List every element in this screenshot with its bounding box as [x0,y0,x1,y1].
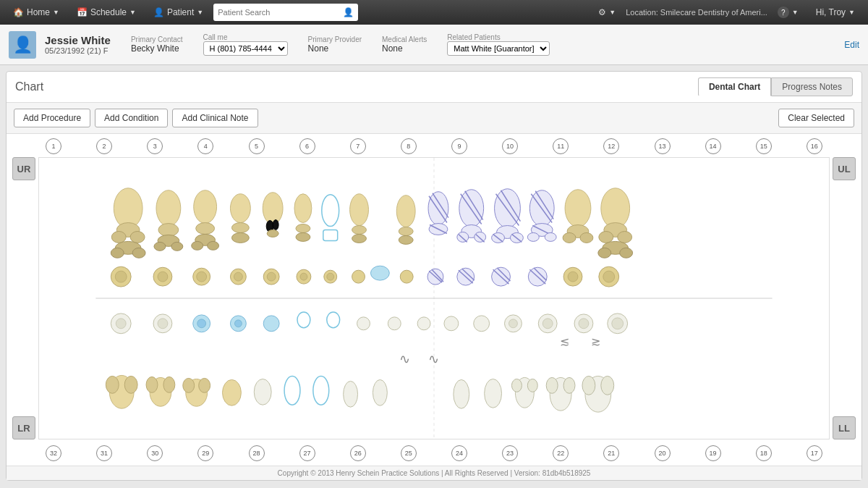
tooth-31[interactable] [146,376,175,406]
tooth-num-32[interactable]: 32 [46,445,61,461]
tooth-27[interactable] [284,376,300,405]
svg-point-68 [580,232,593,243]
occlusal-lower-row [111,312,627,334]
patient-nav[interactable]: 👤 Patient ▼ [146,4,210,20]
tooth-num-18[interactable]: 18 [756,445,772,461]
tooth-5[interactable] [263,193,283,237]
tooth-num-24[interactable]: 24 [451,445,467,461]
patient-name: Jessie White [45,34,111,46]
tooth-21[interactable] [454,379,469,408]
tooth-num-28[interactable]: 28 [249,445,265,461]
tooth-11[interactable] [428,192,448,235]
call-me-select[interactable]: H (801) 785-4444 [203,41,288,56]
svg-point-106 [568,272,578,282]
location-label: Location: Smilecare Dentistry of Ameri..… [626,8,767,17]
search-input[interactable] [218,8,340,17]
tooth-num-14[interactable]: 14 [705,138,721,154]
tooth-30[interactable] [183,378,210,406]
tooth-num-19[interactable]: 19 [705,445,721,461]
tooth-1[interactable] [111,188,145,258]
schedule-icon: 📅 [77,7,88,17]
tooth-num-27[interactable]: 27 [299,445,315,461]
help-nav[interactable]: ? ▼ [770,4,806,21]
tooth-num-6[interactable]: 6 [299,138,315,154]
user-nav[interactable]: Hi, Troy ▼ [809,4,862,20]
svg-point-15 [196,223,215,235]
tooth-15[interactable] [563,190,593,243]
svg-point-147 [373,379,387,405]
tooth-13[interactable] [492,189,524,243]
tooth-num-16[interactable]: 16 [807,138,822,154]
tooth-num-12[interactable]: 12 [603,138,619,154]
tooth-num-3[interactable]: 3 [147,138,163,154]
tooth-14[interactable] [527,190,556,242]
tooth-12[interactable] [457,190,486,243]
tooth-num-4[interactable]: 4 [197,138,213,154]
tooth-num-17[interactable]: 17 [807,445,822,461]
related-patients-select[interactable]: Matt White [Guarantor] [447,41,550,56]
tooth-25[interactable] [344,381,358,407]
tooth-19[interactable] [511,377,537,408]
tooth-7[interactable] [322,195,339,241]
tooth-8[interactable] [350,194,369,243]
medical-alerts-field: Medical Alerts None [382,35,427,54]
tooth-num-15[interactable]: 15 [756,138,772,154]
clear-selected-button[interactable]: Clear Selected [778,109,854,127]
tooth-29[interactable] [223,379,242,405]
tooth-num-1[interactable]: 1 [46,138,61,154]
svg-point-35 [399,227,413,236]
tooth-16[interactable] [598,188,633,258]
call-me-field: Call me H (801) 785-4444 [203,33,288,56]
tooth-26[interactable] [313,376,329,405]
tooth-num-8[interactable]: 8 [401,138,417,154]
patient-search-box[interactable]: 👤 [213,4,358,21]
tooth-num-20[interactable]: 20 [655,445,671,461]
tooth-4[interactable] [230,194,250,243]
settings-nav[interactable]: ⚙ ▼ [591,4,623,20]
edit-link[interactable]: Edit [844,40,859,50]
tooth-17[interactable] [582,376,614,412]
tooth-num-22[interactable]: 22 [553,445,569,461]
svg-point-110 [116,319,126,329]
tooth-18[interactable] [546,377,575,411]
tooth-6[interactable] [294,194,312,242]
svg-point-32 [352,226,367,235]
tooth-32[interactable] [106,375,137,408]
svg-point-34 [396,195,415,227]
tooth-num-13[interactable]: 13 [655,138,671,154]
svg-point-157 [582,376,595,395]
tooth-num-9[interactable]: 9 [451,138,467,154]
add-clinical-note-button[interactable]: Add Clinical Note [172,109,258,127]
missing-marker-22: ∿ [428,352,439,366]
tooth-10[interactable] [396,195,415,245]
schedule-nav[interactable]: 📅 Schedule ▼ [69,4,143,20]
tooth-num-10[interactable]: 10 [502,138,518,154]
tooth-3[interactable] [192,190,219,251]
tooth-num-31[interactable]: 31 [96,445,112,461]
patient-dob: 05/23/1992 (21) F [45,46,111,55]
tooth-num-23[interactable]: 23 [502,445,518,461]
tooth-num-29[interactable]: 29 [197,445,213,461]
tooth-2[interactable] [154,190,183,251]
tooth-num-25[interactable]: 25 [401,445,417,461]
tooth-num-21[interactable]: 21 [603,445,619,461]
tooth-20[interactable] [485,379,502,408]
add-procedure-button[interactable]: Add Procedure [14,109,90,127]
tooth-24[interactable] [373,379,387,405]
tab-progress-notes[interactable]: Progress Notes [771,77,853,96]
tooth-28[interactable] [254,379,271,405]
svg-point-148 [454,379,469,408]
tooth-num-5[interactable]: 5 [249,138,265,154]
svg-point-64 [545,232,556,241]
tooth-num-7[interactable]: 7 [350,138,366,154]
tab-dental-chart[interactable]: Dental Chart [698,77,771,96]
tooth-num-30[interactable]: 30 [147,445,163,461]
add-condition-button[interactable]: Add Condition [95,109,168,127]
tooth-num-26[interactable]: 26 [350,445,366,461]
primary-contact-label: Primary Contact [131,35,183,43]
home-nav[interactable]: 🏠 Home ▼ [6,4,67,20]
teeth-svg: ≲ ≳ [39,158,829,439]
tooth-num-11[interactable]: 11 [553,138,569,154]
tooth-num-2[interactable]: 2 [96,138,112,154]
home-icon: 🏠 [13,7,24,17]
